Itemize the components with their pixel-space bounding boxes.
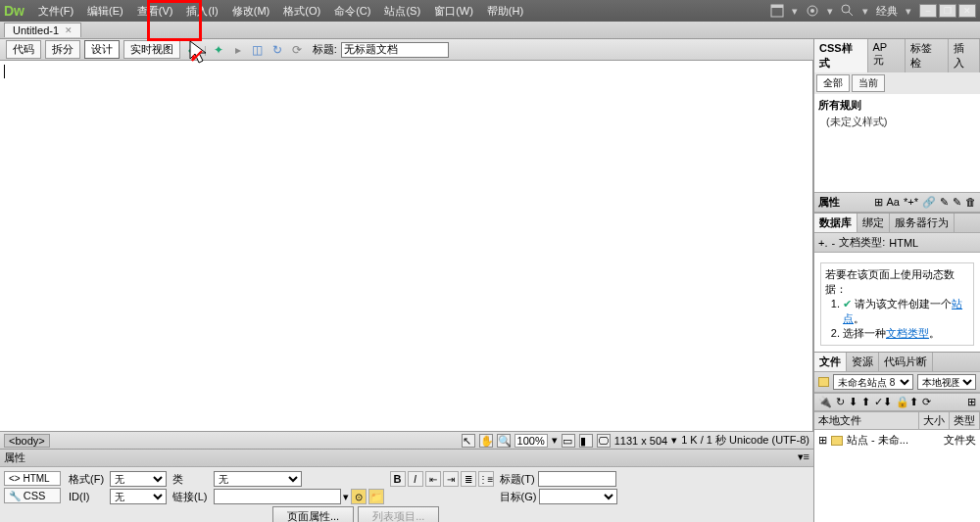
maximize-button[interactable]: ❐ bbox=[939, 4, 956, 18]
server-debug-icon[interactable]: ▸ bbox=[230, 42, 246, 58]
indent-button[interactable]: ⇥ bbox=[443, 471, 459, 487]
window-size-icon[interactable]: ▭ bbox=[562, 434, 575, 448]
checkout-icon[interactable]: ✓⬇ bbox=[874, 396, 892, 408]
extend-dropdown-icon[interactable]: ▾ bbox=[792, 5, 798, 18]
menu-help[interactable]: 帮助(H) bbox=[481, 2, 529, 21]
menu-window[interactable]: 窗口(W) bbox=[428, 2, 479, 21]
expand-icon[interactable]: ⊞ bbox=[967, 396, 976, 408]
css-all-button[interactable]: 全部 bbox=[816, 74, 850, 92]
format-select[interactable]: 无 bbox=[110, 471, 167, 487]
screen-icon[interactable]: 🖵 bbox=[597, 434, 611, 448]
layout-icon[interactable] bbox=[770, 4, 784, 18]
link-dropdown-icon[interactable]: ▾ bbox=[343, 491, 349, 503]
dim-dropdown-icon[interactable]: ▾ bbox=[671, 434, 677, 447]
bold-button[interactable]: B bbox=[390, 471, 406, 487]
workspace-layout-label[interactable]: 经典 bbox=[876, 4, 898, 19]
dimensions-label[interactable]: 1131 x 504 bbox=[614, 435, 667, 447]
link-input[interactable] bbox=[214, 489, 341, 504]
menu-insert[interactable]: 插入(I) bbox=[180, 2, 223, 21]
zoom-tool-icon[interactable]: 🔍 bbox=[497, 434, 511, 448]
show-list-icon[interactable]: Aa bbox=[887, 196, 900, 209]
zoom-dropdown-icon[interactable]: ▾ bbox=[552, 434, 558, 447]
css-styles-tab[interactable]: CSS样式 bbox=[814, 39, 868, 72]
device-icon[interactable]: ▮ bbox=[579, 434, 593, 448]
remove-icon[interactable]: - bbox=[831, 237, 835, 249]
put-files-icon[interactable]: ⬆ bbox=[861, 396, 870, 408]
menu-format[interactable]: 格式(O) bbox=[277, 2, 326, 21]
connect-icon[interactable]: 🔌 bbox=[818, 396, 832, 408]
menu-commands[interactable]: 命令(C) bbox=[328, 2, 376, 21]
gear-dropdown-icon[interactable]: ▾ bbox=[827, 5, 833, 18]
site-root-row[interactable]: ⊞ 站点 - 未命... 文件夹 bbox=[816, 432, 978, 449]
get-files-icon[interactable]: ⬇ bbox=[849, 396, 858, 408]
view-split-button[interactable]: 拆分 bbox=[45, 40, 80, 59]
ap-elements-tab[interactable]: AP 元 bbox=[868, 39, 906, 72]
preview-icon[interactable]: ⟳ bbox=[289, 42, 305, 58]
show-only-set-icon[interactable]: *+* bbox=[904, 196, 918, 209]
edit-rule-icon[interactable]: ✎ bbox=[953, 196, 961, 209]
ol-button[interactable]: ⋮≡ bbox=[478, 471, 494, 487]
outdent-button[interactable]: ⇤ bbox=[425, 471, 441, 487]
select-tool-icon[interactable]: ↖ bbox=[462, 434, 475, 448]
menu-edit[interactable]: 编辑(E) bbox=[81, 2, 129, 21]
id-select[interactable]: 无 bbox=[110, 489, 167, 504]
snippets-tab[interactable]: 代码片断 bbox=[879, 353, 933, 371]
checkin-icon[interactable]: 🔒⬆ bbox=[896, 396, 918, 408]
view-code-button[interactable]: 代码 bbox=[6, 40, 41, 59]
layout-dropdown-icon[interactable]: ▾ bbox=[906, 5, 911, 18]
server-behaviors-tab[interactable]: 服务器行为 bbox=[890, 214, 955, 232]
zoom-select[interactable]: 100% bbox=[514, 434, 548, 448]
props-css-tab[interactable]: 🔧 CSS bbox=[4, 488, 61, 503]
target-select[interactable] bbox=[539, 489, 617, 504]
menu-file[interactable]: 文件(F) bbox=[32, 2, 79, 21]
add-icon[interactable]: +. bbox=[818, 237, 827, 249]
document-tab[interactable]: Untitled-1 ✕ bbox=[4, 23, 81, 37]
design-editor[interactable] bbox=[0, 61, 813, 431]
trash-icon[interactable]: 🗑 bbox=[965, 196, 976, 209]
panel-menu-icon[interactable]: ▾≡ bbox=[798, 451, 809, 465]
bindings-tab[interactable]: 绑定 bbox=[858, 214, 890, 232]
col-type[interactable]: 类型 bbox=[950, 412, 980, 429]
menu-site[interactable]: 站点(S) bbox=[378, 2, 426, 21]
close-icon[interactable]: ✕ bbox=[65, 25, 73, 35]
visual-aids-icon[interactable]: ◫ bbox=[250, 42, 266, 58]
view-live-button[interactable]: 实时视图 bbox=[123, 40, 180, 59]
show-category-icon[interactable]: ⊞ bbox=[874, 196, 883, 209]
attach-stylesheet-icon[interactable]: 🔗 bbox=[922, 196, 936, 209]
files-tab[interactable]: 文件 bbox=[814, 353, 847, 371]
col-name[interactable]: 本地文件 bbox=[814, 412, 919, 429]
new-rule-icon[interactable]: ✎ bbox=[940, 196, 949, 209]
ul-button[interactable]: ≣ bbox=[461, 471, 476, 487]
refresh-files-icon[interactable]: ↻ bbox=[836, 396, 845, 408]
props-html-tab[interactable]: <> HTML bbox=[4, 471, 61, 486]
title-attr-input[interactable] bbox=[538, 471, 616, 487]
italic-button[interactable]: I bbox=[408, 471, 423, 487]
view-design-button[interactable]: 设计 bbox=[84, 40, 120, 59]
point-to-file-icon[interactable]: ⊙ bbox=[351, 489, 367, 504]
live-code-icon[interactable]: ◆ bbox=[184, 42, 200, 58]
view-select[interactable]: 本地视图 bbox=[917, 374, 976, 390]
list-item-button[interactable]: 列表项目... bbox=[358, 506, 439, 522]
hand-tool-icon[interactable]: ✋ bbox=[479, 434, 493, 448]
refresh-icon[interactable]: ↻ bbox=[270, 42, 285, 58]
search-icon[interactable] bbox=[841, 4, 855, 18]
tag-inspector-tab[interactable]: 标签检 bbox=[906, 39, 948, 72]
site-select[interactable]: 未命名站点 8 bbox=[833, 374, 913, 390]
doc-type-link[interactable]: 文档类型 bbox=[886, 327, 929, 339]
close-button[interactable]: ✕ bbox=[958, 4, 976, 18]
sync-icon[interactable]: ⟳ bbox=[922, 396, 931, 408]
attributes-header[interactable]: 属性 ⊞ Aa *+* 🔗 ✎ ✎ 🗑 bbox=[814, 192, 980, 213]
minimize-button[interactable]: – bbox=[919, 4, 937, 18]
gear-icon[interactable] bbox=[806, 4, 819, 18]
css-current-button[interactable]: 当前 bbox=[852, 74, 885, 92]
menu-modify[interactable]: 修改(M) bbox=[226, 2, 276, 21]
col-size[interactable]: 大小 bbox=[919, 412, 950, 429]
assets-tab[interactable]: 资源 bbox=[847, 353, 879, 371]
databases-tab[interactable]: 数据库 bbox=[814, 214, 858, 232]
search-dropdown-icon[interactable]: ▾ bbox=[862, 5, 868, 18]
menu-view[interactable]: 查看(V) bbox=[131, 2, 179, 21]
browse-folder-icon[interactable]: 📁 bbox=[368, 489, 384, 504]
page-properties-button[interactable]: 页面属性... bbox=[272, 506, 354, 522]
class-select[interactable]: 无 bbox=[214, 471, 302, 487]
expand-tree-icon[interactable]: ⊞ bbox=[818, 434, 827, 447]
